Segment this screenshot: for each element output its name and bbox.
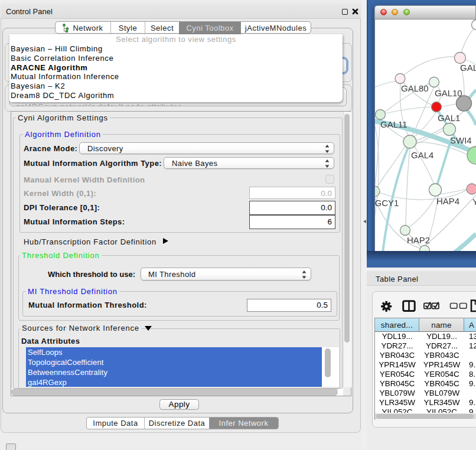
svg-text:GCY1: GCY1 <box>375 198 399 208</box>
svg-text:HAP2: HAP2 <box>407 235 430 245</box>
svg-text:Y: Y <box>472 197 476 207</box>
svg-text:SWI4: SWI4 <box>450 135 472 145</box>
svg-text:HAP4: HAP4 <box>436 196 459 206</box>
svg-text:GAL10: GAL10 <box>435 88 462 98</box>
svg-text:GAL: GAL <box>460 63 476 73</box>
svg-text:GAL4: GAL4 <box>411 150 433 160</box>
svg-text:GAL80: GAL80 <box>401 83 429 93</box>
svg-text:GAL1: GAL1 <box>438 113 460 123</box>
svg-text:GAL11: GAL11 <box>380 119 407 129</box>
